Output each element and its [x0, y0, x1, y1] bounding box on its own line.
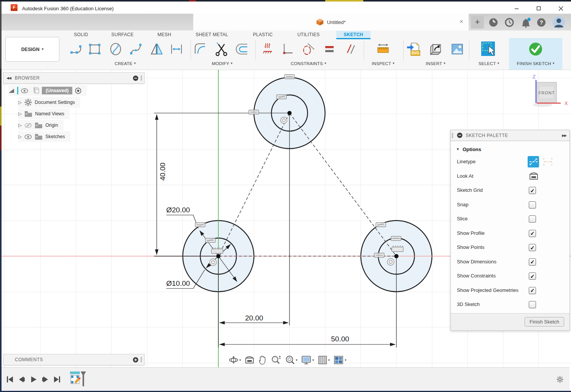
- circle-tool-button[interactable]: [108, 41, 123, 57]
- tree-expand-icon[interactable]: ▷: [18, 134, 22, 139]
- horizontal-vertical-constraint-button[interactable]: [280, 41, 295, 57]
- root-document-label[interactable]: (Unsaved): [42, 87, 72, 94]
- select-group-label[interactable]: SELECT▾: [470, 61, 508, 66]
- grid-settings-button[interactable]: ▾: [317, 355, 331, 365]
- spline-tool-button[interactable]: [129, 41, 144, 57]
- browser-item-label[interactable]: Document Settings: [35, 100, 75, 105]
- tab-solid[interactable]: SOLID: [72, 31, 90, 39]
- maximize-button[interactable]: [531, 3, 546, 13]
- visibility-eye-icon[interactable]: [21, 88, 28, 93]
- document-tab-close-button[interactable]: ×: [460, 18, 463, 25]
- equal-constraint-badge[interactable]: [376, 223, 386, 227]
- dimension-lines[interactable]: [154, 113, 396, 347]
- sketch-profiles[interactable]: [183, 78, 432, 292]
- concentric-constraint-badge[interactable]: [281, 117, 287, 124]
- browser-item-label[interactable]: Origin: [45, 123, 58, 128]
- pan-button[interactable]: [258, 355, 267, 365]
- centerline-linetype-toggle[interactable]: [543, 158, 553, 166]
- line-tool-button[interactable]: [69, 41, 84, 57]
- look-at-button[interactable]: [529, 172, 538, 180]
- 3d-sketch-checkbox[interactable]: [529, 301, 536, 308]
- zoom-button[interactable]: [270, 355, 282, 365]
- equal-constraint-badge[interactable]: [391, 236, 401, 241]
- equal-constraint-badge[interactable]: [285, 75, 294, 79]
- sketch-palette-header[interactable]: SKETCH PALETTE ▶▶: [451, 130, 569, 141]
- options-section-header[interactable]: ▼ Options: [451, 144, 569, 155]
- slice-checkbox[interactable]: [529, 215, 536, 223]
- concentric-constraint-badge[interactable]: [210, 259, 216, 266]
- orbit-button[interactable]: ▾: [228, 355, 242, 365]
- tree-expand-icon[interactable]: ▷: [18, 123, 22, 128]
- dia20-leader[interactable]: [166, 215, 198, 228]
- view-cube-face-label[interactable]: FRONT: [539, 91, 555, 95]
- insert-svg-button[interactable]: SVG: [406, 41, 421, 57]
- dimension-20-label[interactable]: 20.00: [245, 314, 263, 322]
- collapse-palette-icon[interactable]: ▶▶: [562, 134, 566, 137]
- center-point-bottom-right[interactable]: [394, 254, 399, 258]
- browser-panel-header[interactable]: ◀◀ BROWSER: [3, 72, 145, 84]
- browser-item-label[interactable]: Named Views: [35, 111, 64, 116]
- tab-plastic[interactable]: PLASTIC: [250, 31, 276, 39]
- palette-minimize-icon[interactable]: [457, 132, 463, 138]
- construction-linetype-toggle[interactable]: [528, 156, 539, 167]
- browser-root-row[interactable]: (Unsaved): [8, 85, 87, 96]
- tab-sheet-metal[interactable]: SHEET METAL: [191, 31, 233, 39]
- tab-sketch[interactable]: SKETCH: [336, 31, 371, 39]
- measure-tool-button[interactable]: [375, 41, 391, 57]
- show-points-checkbox[interactable]: ✓: [529, 244, 536, 251]
- tab-mesh[interactable]: MESH: [155, 31, 174, 39]
- finish-sketch-button[interactable]: Finish Sketch: [525, 317, 564, 327]
- job-status-clock-button[interactable]: [504, 18, 514, 27]
- dimension-40-label[interactable]: 40.00: [159, 163, 167, 181]
- close-window-button[interactable]: [553, 3, 568, 13]
- timeline-step-forward-button[interactable]: [41, 375, 50, 384]
- snap-checkbox[interactable]: [529, 201, 536, 209]
- visibility-off-eye-icon[interactable]: [24, 123, 32, 128]
- activate-component-radio[interactable]: [75, 88, 81, 94]
- sketch-dimension-tool-button[interactable]: [169, 41, 184, 57]
- browser-item-document-settings[interactable]: ▷ Document Settings: [18, 97, 80, 108]
- inspect-group-label[interactable]: INSPECT▾: [364, 61, 402, 66]
- center-point-bottom-left[interactable]: [216, 254, 221, 258]
- look-at-view-button[interactable]: [244, 355, 255, 365]
- view-cube[interactable]: FRONT Z X: [529, 72, 571, 115]
- tab-surface[interactable]: SURFACE: [108, 31, 137, 39]
- rectangle-tool-button[interactable]: [87, 41, 102, 57]
- fit-view-button[interactable]: ▾: [284, 355, 298, 365]
- display-settings-button[interactable]: ▾: [301, 355, 315, 365]
- viewports-button[interactable]: ▾: [333, 355, 347, 365]
- tree-expand-icon[interactable]: ▷: [18, 111, 22, 116]
- show-constraints-checkbox[interactable]: ✓: [529, 272, 536, 280]
- tab-utilities[interactable]: UTILITIES: [294, 31, 323, 39]
- dimension-50-label[interactable]: 50.00: [331, 335, 349, 343]
- show-dimensions-checkbox[interactable]: ✓: [529, 258, 536, 266]
- user-avatar[interactable]: [552, 16, 565, 29]
- palette-drag-grip[interactable]: [452, 133, 453, 138]
- dimension-dia10-label[interactable]: Ø10.00: [166, 279, 190, 287]
- sketch-grid-checkbox[interactable]: ✓: [529, 187, 536, 194]
- show-projected-geometries-checkbox[interactable]: ✓: [529, 287, 536, 294]
- browser-drag-grip[interactable]: [141, 75, 142, 81]
- new-tab-button[interactable]: +: [471, 16, 484, 29]
- add-comment-icon[interactable]: [133, 357, 138, 363]
- select-tool-button[interactable]: [480, 41, 496, 58]
- create-group-label[interactable]: CREATE▾: [106, 61, 144, 66]
- help-button[interactable]: ?: [536, 18, 546, 27]
- timeline-go-to-end-button[interactable]: [52, 375, 62, 384]
- equal-constraint-badge[interactable]: [195, 223, 205, 227]
- equal-constraint-badge[interactable]: [249, 110, 259, 114]
- visibility-eye-icon[interactable]: [24, 134, 32, 139]
- parallel-constraint-button[interactable]: [343, 41, 358, 57]
- notifications-bell-button[interactable]: [520, 17, 531, 28]
- tree-expand-icon[interactable]: ▷: [18, 100, 22, 105]
- equal-constraint-button[interactable]: [322, 41, 337, 57]
- tangent-constraint-button[interactable]: [301, 41, 316, 57]
- modify-group-label[interactable]: MODIFY▾: [203, 61, 241, 66]
- document-tab[interactable]: Untitled*: [193, 14, 469, 30]
- dimension-dia20-label[interactable]: Ø20.00: [166, 206, 190, 214]
- design-workspace-selector[interactable]: DESIGN ▾: [5, 37, 59, 62]
- browser-item-named-views[interactable]: ▷ Named Views: [18, 108, 70, 119]
- fix-constraint-button[interactable]: [261, 41, 276, 57]
- offset-tool-button[interactable]: [235, 41, 250, 57]
- tree-collapse-icon[interactable]: [8, 88, 14, 93]
